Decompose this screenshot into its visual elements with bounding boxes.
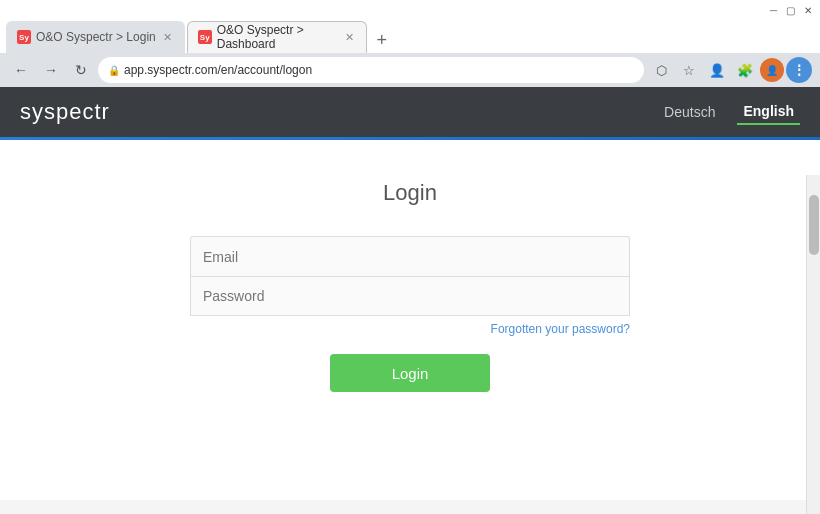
login-title: Login (383, 180, 437, 206)
maximize-button[interactable]: ▢ (784, 4, 797, 17)
reload-button[interactable]: ↻ (68, 57, 94, 83)
logo-text: syspectr (20, 99, 110, 124)
new-tab-button[interactable]: + (369, 27, 395, 53)
toolbar-icons: ⬡ ☆ 👤 🧩 👤 ⋮ (648, 57, 812, 83)
title-bar: ─ ▢ ✕ (0, 0, 820, 21)
lock-icon: 🔒 (108, 65, 120, 76)
tab-title-dashboard: O&O Syspectr > Dashboard (217, 23, 338, 51)
extension-icon[interactable]: 🧩 (732, 57, 758, 83)
address-bar-row: ← → ↻ 🔒 app.syspectr.com/en/account/logo… (0, 53, 820, 87)
tab-close-dashboard[interactable]: ✕ (343, 31, 356, 44)
close-button[interactable]: ✕ (801, 4, 814, 17)
email-input[interactable] (190, 236, 630, 276)
app-header: syspectr Deutsch English (0, 87, 820, 137)
main-area: Login Forgotten your password? Login (0, 140, 820, 500)
password-input[interactable] (190, 276, 630, 316)
profile-avatar[interactable]: 👤 (760, 58, 784, 82)
page-content: syspectr Deutsch English Login Forgotten… (0, 87, 820, 514)
lang-english-button[interactable]: English (737, 99, 800, 125)
scrollbar-thumb[interactable] (809, 195, 819, 255)
forgot-password-link[interactable]: Forgotten your password? (491, 322, 630, 336)
browser-window: ─ ▢ ✕ Sy O&O Syspectr > Login ✕ Sy O&O S… (0, 0, 820, 514)
back-button[interactable]: ← (8, 57, 34, 83)
login-form: Forgotten your password? Login (190, 236, 630, 392)
bookmark-icon[interactable]: ☆ (676, 57, 702, 83)
login-button[interactable]: Login (330, 354, 490, 392)
scrollbar[interactable] (806, 175, 820, 514)
forward-button[interactable]: → (38, 57, 64, 83)
address-field[interactable]: 🔒 app.syspectr.com/en/account/logon (98, 57, 644, 83)
minimize-button[interactable]: ─ (767, 4, 780, 17)
address-text: app.syspectr.com/en/account/logon (124, 63, 312, 77)
account-icon[interactable]: 👤 (704, 57, 730, 83)
cast-icon[interactable]: ⬡ (648, 57, 674, 83)
app-logo: syspectr (20, 99, 110, 125)
chrome-menu-button[interactable]: ⋮ (786, 57, 812, 83)
tab-favicon-dashboard: Sy (198, 30, 212, 44)
forgot-row: Forgotten your password? (190, 322, 630, 336)
tab-favicon-login: Sy (17, 30, 31, 44)
browser-tab-login[interactable]: Sy O&O Syspectr > Login ✕ (6, 21, 185, 53)
tab-close-login[interactable]: ✕ (161, 31, 174, 44)
browser-tab-dashboard[interactable]: Sy O&O Syspectr > Dashboard ✕ (187, 21, 367, 53)
tab-title-login: O&O Syspectr > Login (36, 30, 156, 44)
language-nav: Deutsch English (658, 99, 800, 125)
tab-bar: Sy O&O Syspectr > Login ✕ Sy O&O Syspect… (0, 21, 820, 53)
lang-deutsch-button[interactable]: Deutsch (658, 99, 721, 125)
